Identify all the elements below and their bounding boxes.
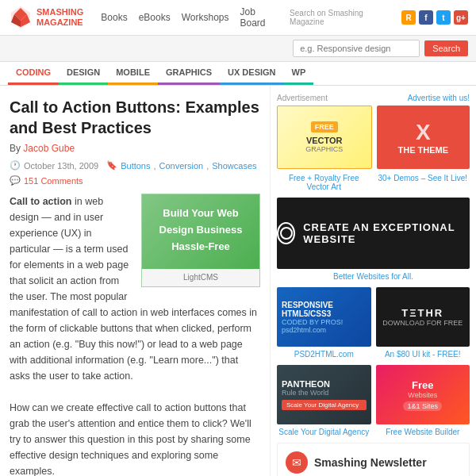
googleplus-icon[interactable]: g+ [454, 10, 468, 25]
search-area: Search on Smashing Magazine R f t g+ [290, 9, 468, 26]
comment-icon: 💬 [10, 175, 21, 186]
free-badge-label: 1&1 Sites [403, 401, 442, 411]
search-label: Search on Smashing Magazine [290, 9, 397, 26]
clock-icon: 🕐 [10, 160, 21, 171]
ad-row-2-captions: PSD2HTML.com An $80 UI kit - FREE! [277, 350, 470, 359]
newsletter-title: Smashing Newsletter [314, 456, 427, 469]
pantheon-subtitle: Rule the World [282, 389, 367, 397]
vector-title: VECTOR [306, 136, 343, 145]
ad-squarespace[interactable]: CREATE AN EXCEPTIONAL WEBSITE [277, 198, 470, 269]
author-link[interactable]: Jacob Gube [23, 143, 75, 154]
meta-date: 🕐 October 13th, 2009 [10, 160, 98, 171]
html5-subtitle: CODED BY PROS! [282, 318, 367, 326]
vector-caption: Free + Royalty Free Vector Art [277, 174, 371, 191]
tethr-caption: An $80 UI kit - FREE! [376, 350, 470, 359]
ad-label: Advertisement Advertise with us! [277, 94, 470, 102]
top-navigation: Books eBooks Workshops Job Board [101, 6, 280, 29]
newsletter-header: ✉ Smashing Newsletter [286, 451, 461, 474]
free-caption: Free Website Builder [376, 428, 470, 436]
html5-title: RESPONSIVE HTML5/CSS3 [282, 301, 367, 318]
ad-row-1-captions: Free + Royalty Free Vector Art 30+ Demos… [277, 174, 470, 191]
squarespace-caption: Better Websites for All. [277, 272, 470, 281]
vector-subtitle: GRAPHICS [305, 145, 343, 153]
cat-mobile[interactable]: MOBILE [108, 62, 158, 85]
ad-vector[interactable]: FREE VECTOR GRAPHICS [277, 106, 372, 169]
nav-workshops[interactable]: Workshops [182, 12, 229, 23]
logo-line2: MAGAZINE [36, 17, 83, 28]
newsletter-icon: ✉ [286, 451, 308, 474]
cat-graphics[interactable]: GRAPHICS [158, 62, 220, 85]
html5-caption: PSD2HTML.com [277, 350, 371, 359]
tethr-subtitle: DOWNLOAD FOR FREE [382, 319, 463, 327]
cat-coding[interactable]: CODING [8, 62, 59, 85]
search-input[interactable] [293, 40, 420, 57]
squarespace-headline: CREATE AN EXCEPTIONAL WEBSITE [303, 221, 470, 245]
ad-theme[interactable]: X THE THEME [377, 106, 470, 169]
meta-row: 🕐 October 13th, 2009 🔖 Buttons, Conversi… [10, 160, 260, 171]
comments-link[interactable]: 151 Comments [24, 176, 83, 186]
ad-row-2: RESPONSIVE HTML5/CSS3 CODED BY PROS! psd… [277, 287, 470, 347]
newsletter-section: ✉ Smashing Newsletter Subscribe to our e… [277, 443, 470, 476]
pantheon-title: PANTHEON [282, 379, 367, 389]
sidebar: Advertisement Advertise with us! FREE VE… [270, 86, 476, 476]
ad-row-3: PANTHEON Rule the World Scale Your Digit… [277, 365, 470, 424]
nav-ebooks[interactable]: eBooks [139, 12, 171, 23]
html5-sub2: psd2html.com [282, 326, 367, 334]
meta-tags: 🔖 Buttons, Conversion, Showcases [106, 160, 256, 171]
ad-tethr[interactable]: TΞTHR DOWNLOAD FOR FREE [376, 287, 470, 347]
cat-ux-design[interactable]: UX DESIGN [220, 62, 284, 85]
ad-row-3-captions: Scale Your Digital Agency Free Website B… [277, 428, 470, 436]
byline: By Jacob Gube [10, 143, 260, 154]
advertise-link[interactable]: Advertise with us! [408, 94, 470, 102]
bookmark-icon: 🔖 [106, 160, 117, 171]
free-badge: FREE [311, 121, 338, 132]
ad-free[interactable]: Free Websites 1&1 Sites [376, 365, 470, 424]
nav-books[interactable]: Books [101, 12, 127, 23]
inline-ad-title: Build Your Web Design Business Hassle-Fr… [150, 205, 251, 255]
meta-comments: 💬 151 Comments [10, 175, 260, 186]
logo-icon [8, 5, 33, 30]
search-bar: Search [0, 36, 476, 62]
nav-job-board[interactable]: Job Board [240, 6, 280, 29]
pantheon-button[interactable]: Scale Your Digital Agency [282, 400, 367, 410]
ad-row-1: FREE VECTOR GRAPHICS X THE THEME [277, 106, 470, 169]
article-paragraph-2: How can we create effective call to acti… [10, 400, 260, 476]
facebook-icon[interactable]: f [419, 10, 433, 25]
tethr-title: TΞTHR [401, 307, 443, 319]
theme-caption: 30+ Demos – See It Live! [376, 174, 470, 191]
squarespace-logo [277, 222, 295, 244]
free-subtitle: Websites [408, 391, 437, 399]
logo[interactable]: SMASHING MAGAZINE [8, 5, 83, 30]
tag-conversion[interactable]: Conversion [159, 161, 204, 171]
rss-icon[interactable]: R [401, 10, 416, 25]
ad-html5[interactable]: RESPONSIVE HTML5/CSS3 CODED BY PROS! psd… [277, 287, 371, 347]
social-icons: R f t g+ [401, 10, 468, 25]
article-title: Call to Action Buttons: Examples and Bes… [10, 97, 260, 138]
free-title: Free [412, 379, 433, 391]
category-nav: CODING DESIGN MOBILE GRAPHICS UX DESIGN … [0, 62, 476, 86]
tag-buttons[interactable]: Buttons [121, 161, 150, 171]
inline-ad-label: LightCMS [142, 269, 259, 286]
ad-pantheon[interactable]: PANTHEON Rule the World Scale Your Digit… [277, 365, 371, 424]
pantheon-caption: Scale Your Digital Agency [277, 428, 371, 436]
cat-design[interactable]: DESIGN [59, 62, 108, 85]
cat-wp[interactable]: WP [284, 62, 314, 85]
tag-showcases[interactable]: Showcases [212, 161, 256, 171]
content-area: Call to Action Buttons: Examples and Bes… [0, 86, 270, 476]
twitter-icon[interactable]: t [436, 10, 451, 25]
main-layout: Call to Action Buttons: Examples and Bes… [0, 86, 476, 476]
squarespace-text: CREATE AN EXCEPTIONAL WEBSITE [303, 221, 470, 245]
squarespace-logo-inner [280, 227, 293, 240]
inline-ad[interactable]: Build Your Web Design Business Hassle-Fr… [141, 194, 260, 287]
logo-line1: SMASHING [36, 7, 83, 17]
theme-title: THE THEME [397, 145, 448, 155]
article-body: Build Your Web Design Business Hassle-Fr… [10, 194, 260, 476]
top-bar: SMASHING MAGAZINE Books eBooks Workshops… [0, 0, 476, 36]
search-button[interactable]: Search [424, 40, 468, 56]
x-symbol: X [416, 120, 431, 145]
